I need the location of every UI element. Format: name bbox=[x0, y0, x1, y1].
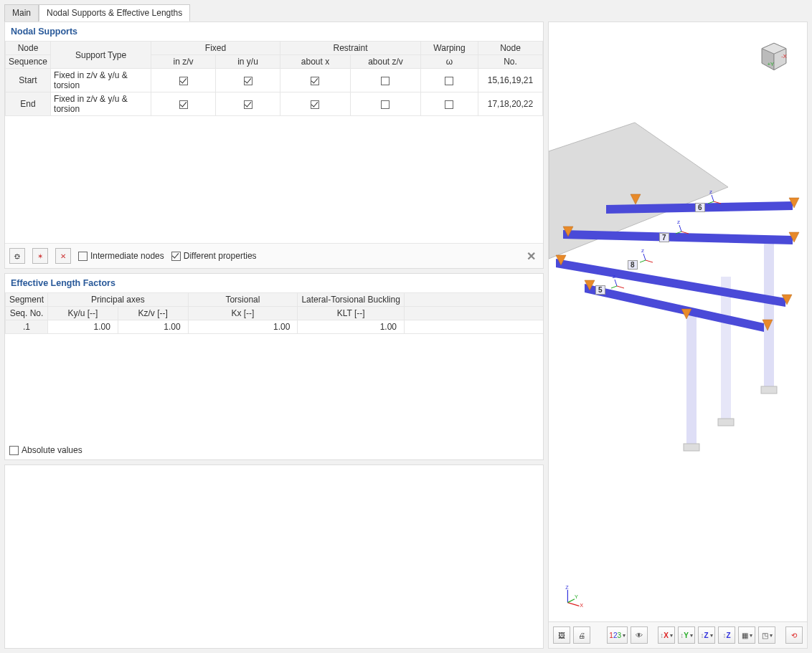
svg-line-44 bbox=[567, 599, 575, 603]
cell-nodes: 17,18,20,22 bbox=[478, 92, 542, 116]
view-iso-button[interactable]: ↕Z bbox=[718, 626, 735, 644]
message-panel bbox=[4, 464, 544, 649]
cell-yu[interactable] bbox=[216, 92, 280, 116]
global-axis-icon: X Z Y bbox=[563, 584, 586, 607]
svg-line-32 bbox=[617, 286, 624, 288]
beam-label-5: 5 bbox=[595, 285, 605, 295]
table-row[interactable]: StartFixed in z/v & y/u & torsion15,16,1… bbox=[6, 69, 543, 92]
col-kyu: Ky/u [--] bbox=[48, 307, 118, 320]
col-seg2: Seq. No. bbox=[6, 307, 48, 320]
col-node-seq2: Sequence bbox=[6, 55, 51, 69]
svg-line-34 bbox=[611, 286, 617, 288]
layers-icon[interactable]: ▦▾ bbox=[738, 626, 755, 644]
svg-text:z: z bbox=[613, 273, 615, 280]
display-icon[interactable]: ◳▾ bbox=[758, 626, 775, 644]
svg-text:Z: Z bbox=[565, 584, 569, 591]
col-principal: Principal axes bbox=[48, 293, 189, 307]
nodal-supports-table[interactable]: Node Support Type Fixed Restraint Warpin… bbox=[5, 41, 543, 116]
svg-line-30 bbox=[640, 260, 646, 262]
delete-support-icon[interactable]: ✕ bbox=[55, 248, 71, 264]
table-row[interactable]: EndFixed in z/v & y/u & torsion17,18,20,… bbox=[6, 92, 543, 116]
cell-nodes: 15,16,19,21 bbox=[478, 69, 542, 92]
cell-zv[interactable] bbox=[151, 69, 216, 92]
svg-rect-3 bbox=[721, 277, 731, 420]
svg-line-33 bbox=[615, 280, 617, 286]
model-viewport[interactable]: z z z z 5 6 7 8 -X bbox=[549, 22, 807, 621]
numbering-icon[interactable]: 123▾ bbox=[607, 626, 628, 644]
svg-text:z: z bbox=[677, 219, 680, 225]
col-kzv: Kz/v [--] bbox=[118, 307, 188, 320]
col-no: No. bbox=[478, 55, 542, 69]
svg-text:z: z bbox=[641, 247, 644, 254]
col-node-seq: Node bbox=[6, 42, 51, 55]
cell-w[interactable] bbox=[420, 69, 478, 92]
cell-zv[interactable] bbox=[151, 92, 216, 116]
cell-type[interactable]: Fixed in z/v & y/u & torsion bbox=[51, 92, 151, 116]
col-kx: Kx [--] bbox=[188, 307, 298, 320]
nodal-supports-panel: Nodal Supports Node Support Type Fixed R… bbox=[4, 22, 544, 269]
view-z-button[interactable]: ↕Z▾ bbox=[698, 626, 715, 644]
different-properties-label: Different properties bbox=[184, 251, 257, 261]
col-fixed: Fixed bbox=[151, 42, 280, 55]
print-icon[interactable]: 🖨 bbox=[573, 626, 590, 644]
cell-klt[interactable]: 1.00 bbox=[298, 320, 405, 334]
beam-label-6: 6 bbox=[695, 203, 705, 212]
svg-text:Y: Y bbox=[575, 594, 578, 600]
svg-line-42 bbox=[567, 603, 579, 606]
factors-title: Effective Length Factors bbox=[5, 274, 543, 292]
tab-main[interactable]: Main bbox=[4, 4, 39, 22]
factors-footer: Absolute values bbox=[5, 441, 543, 459]
svg-text:-X: -X bbox=[781, 53, 786, 59]
render-mode-icon[interactable]: 🖼 bbox=[553, 626, 570, 644]
col-in-zv: in z/v bbox=[151, 55, 216, 69]
cell-ax[interactable] bbox=[280, 69, 351, 92]
select-icon[interactable]: ⯐ bbox=[9, 248, 25, 264]
cell-yu[interactable] bbox=[216, 69, 280, 92]
different-properties-checkbox[interactable]: Different properties bbox=[171, 251, 257, 261]
col-warping: Warping bbox=[420, 42, 478, 55]
col-about-x: about x bbox=[280, 55, 351, 69]
close-icon[interactable]: ✕ bbox=[523, 248, 539, 264]
svg-text:+Y: +Y bbox=[768, 61, 774, 67]
view-x-button[interactable]: ↕X▾ bbox=[658, 626, 675, 644]
intermediate-nodes-checkbox[interactable]: Intermediate nodes bbox=[78, 251, 164, 261]
tab-nodal-supports[interactable]: Nodal Supports & Effective Lengths bbox=[39, 4, 190, 22]
viewport-toolbar: 🖼 🖨 123▾ 👁 ↕X▾ ↕Y▾ ↕Z▾ ↕Z ▦▾ ◳▾ ⟲ bbox=[549, 621, 807, 648]
svg-rect-2 bbox=[686, 309, 697, 445]
col-restraint: Restraint bbox=[280, 42, 421, 55]
beam-label-8: 8 bbox=[628, 260, 638, 270]
cell-seq: End bbox=[6, 92, 51, 116]
absolute-values-label: Absolute values bbox=[22, 445, 82, 455]
cell-kx[interactable]: 1.00 bbox=[188, 320, 298, 334]
svg-text:z: z bbox=[709, 189, 712, 195]
view-y-button[interactable]: ↕Y▾ bbox=[678, 626, 695, 644]
nodal-supports-footer: ⯐ ✶ ✕ Intermediate nodes Different prope… bbox=[5, 243, 543, 268]
absolute-values-checkbox[interactable]: Absolute values bbox=[9, 445, 82, 455]
reset-view-icon[interactable]: ⟲ bbox=[785, 626, 803, 644]
table-row[interactable]: .11.001.001.001.00 bbox=[6, 320, 544, 334]
nodal-supports-title: Nodal Supports bbox=[5, 22, 543, 41]
add-support-icon[interactable]: ✶ bbox=[32, 248, 48, 264]
cell-seq: .1 bbox=[6, 320, 48, 334]
svg-line-21 bbox=[712, 195, 714, 201]
svg-rect-1 bbox=[764, 237, 774, 388]
model-svg: z z z z bbox=[549, 22, 807, 467]
cell-w[interactable] bbox=[420, 92, 478, 116]
factors-table[interactable]: Segment Principal axes Torsional Lateral… bbox=[5, 292, 543, 334]
cell-azv[interactable] bbox=[350, 92, 420, 116]
cell-azv[interactable] bbox=[350, 69, 420, 92]
col-klt: KLT [--] bbox=[298, 307, 405, 320]
cell-kzv[interactable]: 1.00 bbox=[118, 320, 188, 334]
col-support-type: Support Type bbox=[51, 42, 151, 69]
cell-seq: Start bbox=[6, 69, 51, 92]
col-torsional: Torsional bbox=[188, 293, 298, 307]
cell-ax[interactable] bbox=[280, 92, 351, 116]
cell-kyu[interactable]: 1.00 bbox=[48, 320, 118, 334]
svg-marker-6 bbox=[563, 230, 793, 244]
svg-text:X: X bbox=[580, 602, 583, 607]
view-cube-icon[interactable]: -X +Y bbox=[754, 35, 794, 75]
effective-length-factors-panel: Effective Length Factors Segment Princip… bbox=[4, 273, 544, 460]
visibility-icon[interactable]: 👁 bbox=[631, 626, 648, 644]
col-seg1: Segment bbox=[6, 293, 48, 307]
cell-type[interactable]: Fixed in z/v & y/u & torsion bbox=[51, 69, 151, 92]
